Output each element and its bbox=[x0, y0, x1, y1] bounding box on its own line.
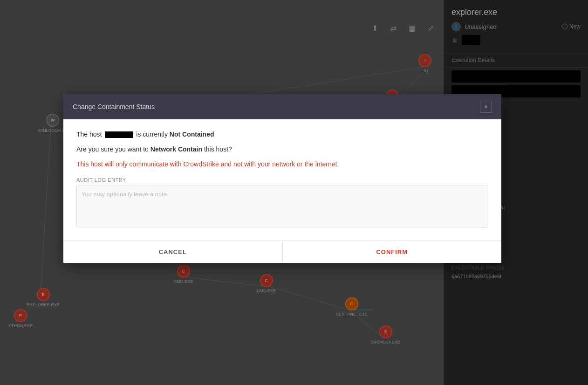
dialog-line2: Are you sure you want to Network Contain… bbox=[76, 145, 488, 153]
dialog-line1: The host is currently Not Contained bbox=[76, 131, 488, 138]
dialog-line3: This host will only communicate with Cro… bbox=[76, 160, 488, 168]
audit-textarea[interactable] bbox=[76, 186, 488, 227]
confirm-button[interactable]: CONFIRM bbox=[283, 241, 502, 263]
dialog-body: The host is currently Not Contained Are … bbox=[63, 119, 501, 241]
resize-handle-icon: ⌟ bbox=[482, 223, 487, 228]
textarea-wrapper: ⌟ bbox=[76, 186, 488, 229]
dialog: Change Containment Status × The host is … bbox=[63, 94, 501, 263]
dialog-action: Network Contain bbox=[150, 145, 204, 153]
dialog-footer: CANCEL CONFIRM bbox=[63, 241, 501, 263]
dialog-overlay: Change Containment Status × The host is … bbox=[0, 0, 588, 385]
dialog-line2-suffix: this host? bbox=[204, 145, 232, 153]
dialog-header: Change Containment Status × bbox=[63, 94, 501, 119]
audit-label: AUDIT LOG ENTRY bbox=[76, 177, 488, 183]
dialog-title: Change Containment Status bbox=[73, 103, 155, 110]
close-button[interactable]: × bbox=[480, 101, 492, 113]
dialog-line2-prefix: Are you sure you want to bbox=[76, 145, 149, 153]
cancel-button[interactable]: CANCEL bbox=[63, 241, 283, 263]
